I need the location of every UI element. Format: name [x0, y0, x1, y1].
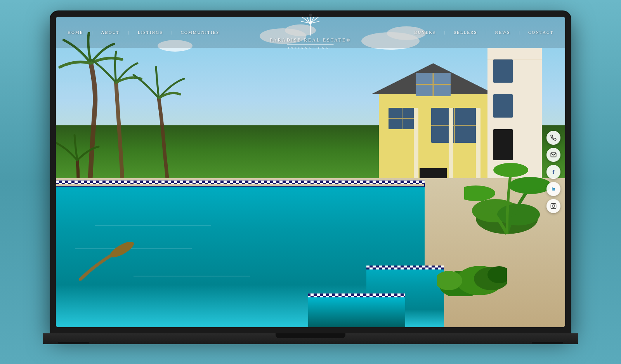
instagram-icon: [550, 203, 557, 209]
svg-point-39: [509, 177, 550, 194]
social-sidebar: f in: [546, 131, 565, 213]
nav-divider-3: |: [172, 30, 172, 35]
nav-divider-6: |: [519, 30, 520, 35]
svg-point-41: [108, 242, 136, 260]
nav-divider-5: |: [486, 30, 486, 35]
svg-rect-31: [308, 293, 405, 297]
logo-brand-name: PARADISE REAL ESTATE®: [270, 37, 351, 43]
svg-point-49: [552, 205, 555, 208]
linkedin-icon: in: [552, 187, 555, 191]
nav-divider-4: |: [444, 30, 445, 35]
logo-divider: [287, 44, 334, 45]
nav-home[interactable]: HOME: [68, 30, 83, 35]
laptop-foot-right: [532, 342, 563, 344]
svg-rect-29: [366, 265, 444, 269]
hero-scene: [56, 17, 565, 327]
svg-point-40: [493, 163, 528, 177]
instagram-button[interactable]: [546, 199, 560, 213]
svg-point-38: [464, 185, 495, 201]
svg-rect-27: [56, 180, 425, 184]
nav-sellers[interactable]: SELLERS: [454, 30, 477, 35]
nav-communities[interactable]: COMMUNITIES: [181, 30, 220, 35]
nav-buyers[interactable]: BUYERS: [414, 30, 435, 35]
laptop-base: [43, 333, 578, 344]
nav-divider-1: |: [92, 30, 92, 35]
plants-right-svg: [464, 141, 550, 250]
bushes-bottom-right-svg: [437, 234, 507, 296]
email-icon: [550, 152, 557, 158]
logo-palm-icon: [301, 17, 320, 36]
nav-news[interactable]: NEWS: [495, 30, 510, 35]
facebook-button[interactable]: f: [546, 165, 560, 179]
nav-listings[interactable]: LISTINGS: [138, 30, 163, 35]
nav-contact[interactable]: CONTACT: [528, 30, 553, 35]
laptop-screen-shell: HOME | ABOUT | LISTINGS | COMMUNITIES: [50, 11, 571, 333]
nav-left: HOME | ABOUT | LISTINGS | COMMUNITIES: [68, 30, 219, 35]
laptop-foot-left: [58, 342, 89, 344]
foreground-plant-svg: [79, 242, 137, 281]
navigation-bar: HOME | ABOUT | LISTINGS | COMMUNITIES: [56, 17, 565, 48]
laptop-screen: HOME | ABOUT | LISTINGS | COMMUNITIES: [56, 17, 565, 327]
logo-subtitle: INTERNATIONAL: [288, 47, 333, 50]
linkedin-button[interactable]: in: [546, 182, 560, 196]
phone-icon: [550, 135, 557, 141]
logo: PARADISE REAL ESTATE® INTERNATIONAL: [270, 17, 351, 50]
svg-rect-48: [551, 203, 556, 208]
laptop-notch: [276, 333, 345, 338]
nav-right: BUYERS | SELLERS | NEWS | CONTACT: [414, 30, 553, 35]
nav-divider-2: |: [128, 30, 129, 35]
svg-rect-16: [493, 59, 513, 83]
svg-rect-17: [493, 94, 513, 118]
svg-rect-30: [308, 296, 405, 327]
facebook-icon: f: [553, 169, 555, 175]
laptop-mockup: HOME | ABOUT | LISTINGS | COMMUNITIES: [43, 11, 578, 353]
svg-point-50: [555, 204, 555, 205]
laptop-camera: [309, 14, 312, 17]
phone-button[interactable]: [546, 131, 560, 145]
nav-about[interactable]: ABOUT: [101, 30, 120, 35]
email-button[interactable]: [546, 148, 560, 162]
